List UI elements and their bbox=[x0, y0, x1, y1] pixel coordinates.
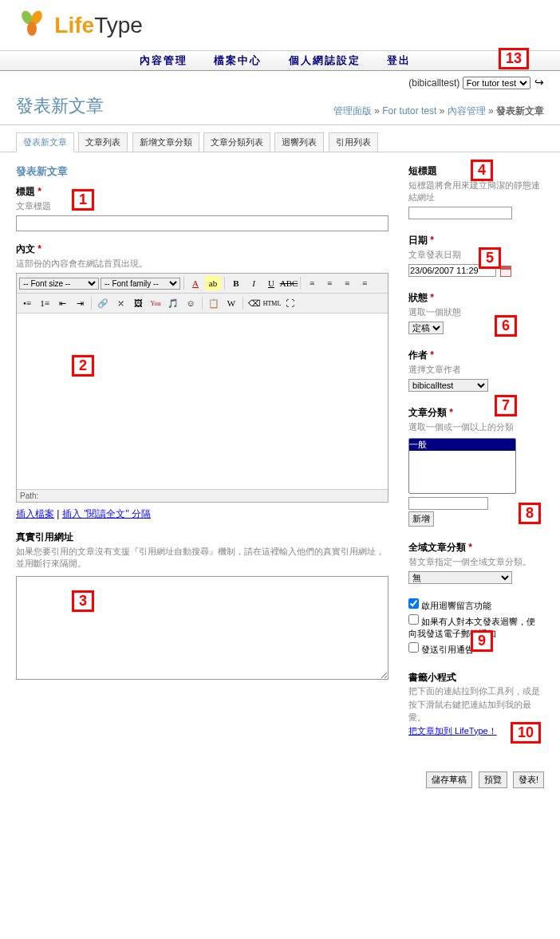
blog-select[interactable]: For tutor test bbox=[463, 77, 530, 89]
numlist-icon[interactable]: 1≡ bbox=[37, 296, 53, 310]
author-select[interactable]: bibicalltest bbox=[408, 379, 488, 392]
current-user: (bibicalltest) bbox=[408, 77, 459, 89]
status-label: 狀態 * bbox=[408, 292, 434, 303]
tab-comments[interactable]: 迴響列表 bbox=[274, 132, 324, 152]
bullist-icon[interactable]: •≡ bbox=[19, 296, 35, 310]
footer-buttons: 儲存草稿 預覽 發表! bbox=[0, 763, 560, 812]
add-category-button[interactable]: 新增 bbox=[408, 511, 434, 527]
trackback-checkbox[interactable] bbox=[408, 642, 419, 653]
comments-checkbox[interactable] bbox=[408, 598, 419, 609]
category-label: 文章分類 * bbox=[408, 407, 453, 418]
body-label: 內文 * bbox=[16, 243, 388, 256]
form-section-title: 發表新文章 bbox=[16, 164, 388, 179]
nav-content[interactable]: 內容管理 bbox=[140, 54, 187, 66]
bc-blog[interactable]: For tutor test bbox=[382, 105, 436, 116]
annotation-10: 10 bbox=[511, 722, 541, 744]
insert-more-link[interactable]: 插入 "閱讀全文" 分隔 bbox=[62, 508, 151, 519]
annotation-9: 9 bbox=[471, 630, 493, 652]
html-icon[interactable]: HTML bbox=[264, 296, 280, 310]
slug-input[interactable] bbox=[408, 207, 512, 219]
media-icon[interactable]: 🎵 bbox=[165, 296, 181, 310]
new-category-input[interactable] bbox=[408, 497, 488, 510]
preview-button[interactable]: 預覽 bbox=[479, 771, 507, 788]
fontfamily-select[interactable]: -- Font family -- bbox=[101, 278, 180, 290]
bc-admin[interactable]: 管理面版 bbox=[333, 105, 372, 116]
fullscreen-icon[interactable]: ⛶ bbox=[282, 296, 298, 310]
paste-icon[interactable]: 📋 bbox=[206, 296, 222, 310]
tab-trackbacks[interactable]: 引用列表 bbox=[329, 132, 378, 152]
trackback-label: 真實引用網址 bbox=[16, 531, 388, 544]
date-label: 日期 * bbox=[408, 235, 434, 246]
forecolor-icon[interactable]: A bbox=[187, 276, 203, 290]
go-icon[interactable]: ↪ bbox=[534, 76, 544, 89]
tab-postlist[interactable]: 文章列表 bbox=[78, 132, 128, 152]
strike-icon[interactable]: ABC bbox=[281, 276, 297, 290]
author-help: 選擇文章作者 bbox=[408, 364, 544, 376]
slug-help: 短標題將會用來建立簡潔的靜態連結網址 bbox=[408, 180, 544, 203]
slug-label: 短標題 bbox=[408, 165, 437, 176]
blog-selector-bar: (bibicalltest) For tutor test ↪ bbox=[0, 71, 560, 94]
fontsize-select[interactable]: -- Font size -- bbox=[19, 278, 99, 290]
tab-newcat[interactable]: 新增文章分類 bbox=[132, 132, 199, 152]
indent-icon[interactable]: ⇥ bbox=[72, 296, 88, 310]
annotation-6: 6 bbox=[495, 315, 517, 337]
editor-body[interactable] bbox=[17, 314, 388, 489]
backcolor-icon[interactable]: ab bbox=[205, 276, 221, 290]
global-category-help: 替文章指定一個全域文章分類。 bbox=[408, 556, 544, 568]
annotation-13: 13 bbox=[499, 48, 529, 69]
rich-editor: -- Font size -- -- Font family -- A ab B… bbox=[16, 273, 388, 503]
annotation-3: 3 bbox=[72, 590, 94, 612]
trackback-help: 如果您要引用的文章沒有支援『引用網址自動搜尋』機制，請在這裡輸入他們的真實引用網… bbox=[16, 546, 388, 570]
tab-newpost[interactable]: 發表新文章 bbox=[16, 132, 74, 152]
editor-toolbar-1: -- Font size -- -- Font family -- A ab B… bbox=[17, 274, 388, 294]
sub-tabs: 發表新文章 文章列表 新增文章分類 文章分類列表 迴響列表 引用列表 bbox=[0, 125, 560, 152]
link-icon[interactable]: 🔗 bbox=[95, 296, 111, 310]
nav-settings[interactable]: 個人網誌設定 bbox=[289, 54, 361, 66]
nav-logout[interactable]: 登出 bbox=[387, 54, 411, 66]
youtube-icon[interactable]: You bbox=[148, 296, 164, 310]
removeformat-icon[interactable]: ⌫ bbox=[246, 296, 262, 310]
annotation-5: 5 bbox=[479, 247, 501, 269]
post-button[interactable]: 發表! bbox=[513, 771, 544, 788]
align-right-icon[interactable]: ≡ bbox=[339, 276, 355, 290]
align-left-icon[interactable]: ≡ bbox=[304, 276, 320, 290]
top-nav: 內容管理 檔案中心 個人網誌設定 登出 bbox=[0, 50, 560, 71]
bookmarklet-label: 書籤小程式 bbox=[408, 672, 456, 683]
trackback-chk-label: 發送引用通告 bbox=[421, 645, 474, 654]
status-select[interactable]: 定稿 bbox=[408, 322, 444, 334]
global-category-select[interactable]: 無 bbox=[408, 571, 512, 584]
title-input[interactable] bbox=[16, 215, 388, 231]
date-help: 文章發表日期 bbox=[408, 249, 544, 261]
outdent-icon[interactable]: ⇤ bbox=[54, 296, 70, 310]
calendar-icon[interactable] bbox=[500, 266, 511, 277]
image-icon[interactable]: 🖼 bbox=[130, 296, 146, 310]
pasteword-icon[interactable]: W bbox=[223, 296, 239, 310]
insert-file-link[interactable]: 插入檔案 bbox=[16, 508, 54, 519]
tab-catlist[interactable]: 文章分類列表 bbox=[203, 132, 270, 152]
body-help: 這部份的內容會在網誌首頁出現。 bbox=[16, 258, 388, 270]
page-title: 發表新文章 bbox=[16, 94, 104, 118]
bc-content[interactable]: 內容管理 bbox=[448, 105, 486, 116]
save-draft-button[interactable]: 儲存草稿 bbox=[426, 771, 472, 788]
bc-current: 發表新文章 bbox=[496, 105, 544, 116]
nav-files[interactable]: 檔案中心 bbox=[214, 54, 262, 66]
logo-area: LifeType bbox=[0, 0, 560, 50]
global-category-label: 全域文章分類 * bbox=[408, 542, 472, 553]
emoticon-icon[interactable]: ☺ bbox=[183, 296, 199, 310]
annotation-8: 8 bbox=[519, 503, 541, 524]
annotation-1: 1 bbox=[72, 189, 94, 211]
align-center-icon[interactable]: ≡ bbox=[321, 276, 337, 290]
category-list[interactable]: 一般 bbox=[408, 438, 516, 494]
status-help: 選取一個狀態 bbox=[408, 306, 544, 318]
unlink-icon[interactable]: ⤫ bbox=[112, 296, 128, 310]
align-full-icon[interactable]: ≡ bbox=[357, 276, 373, 290]
notify-checkbox[interactable] bbox=[408, 614, 419, 625]
comments-chk-label: 啟用迴響留言功能 bbox=[421, 601, 491, 610]
svg-point-2 bbox=[27, 22, 37, 36]
italic-icon[interactable]: I bbox=[246, 276, 262, 290]
annotation-4: 4 bbox=[471, 160, 493, 181]
bold-icon[interactable]: B bbox=[228, 276, 244, 290]
underline-icon[interactable]: U bbox=[263, 276, 279, 290]
breadcrumb: 管理面版 » For tutor test » 內容管理 » 發表新文章 bbox=[333, 105, 544, 118]
bookmarklet-link[interactable]: 把文章加到 LifeType！ bbox=[408, 726, 497, 736]
